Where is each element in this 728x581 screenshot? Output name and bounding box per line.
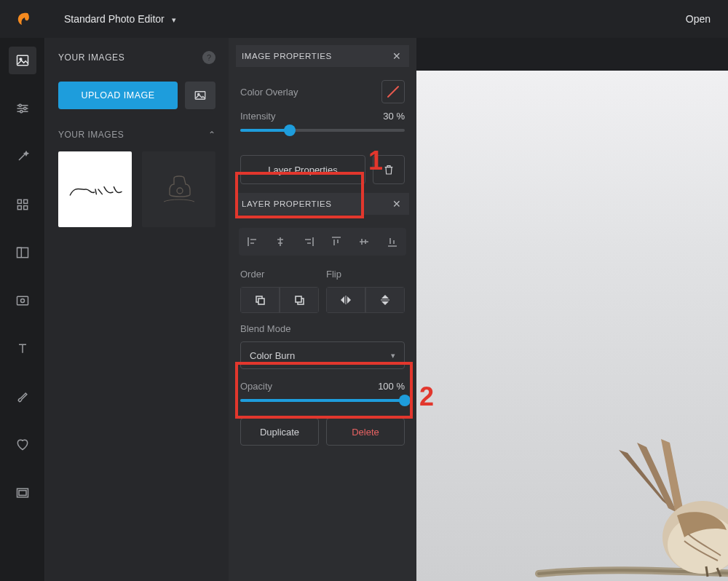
your-images-panel: YOUR IMAGES ? UPLOAD IMAGE YOUR IMAGES ⌃ <box>45 38 229 581</box>
thumbnail-1[interactable] <box>58 151 132 227</box>
order-back-button[interactable] <box>280 287 319 313</box>
order-front-button[interactable] <box>240 287 280 313</box>
align-top-icon[interactable] <box>324 231 349 253</box>
intensity-slider-knob[interactable] <box>284 125 296 136</box>
svg-rect-7 <box>17 206 21 210</box>
svg-rect-8 <box>23 206 27 210</box>
rail-panel-icon[interactable] <box>9 239 36 266</box>
thumbnail-2[interactable] <box>142 151 215 227</box>
svg-point-3 <box>23 107 25 109</box>
svg-rect-13 <box>19 491 26 496</box>
chevron-down-icon: ▾ <box>172 15 176 25</box>
svg-line-17 <box>388 87 398 97</box>
close-image-properties-icon[interactable]: ✕ <box>390 50 403 63</box>
chevron-down-icon: ▾ <box>391 351 395 360</box>
rail-text-icon[interactable] <box>9 335 36 363</box>
layer-properties-title: LAYER PROPERTIES <box>242 199 332 208</box>
opacity-slider-knob[interactable] <box>399 395 411 406</box>
canvas-image[interactable] <box>416 71 728 581</box>
rail-grid-icon[interactable] <box>9 191 36 218</box>
rail-frame-icon[interactable] <box>9 479 36 507</box>
flip-label: Flip <box>326 269 405 280</box>
align-center-h-icon[interactable] <box>268 231 293 253</box>
svg-point-11 <box>20 299 24 303</box>
image-properties-header: IMAGE PROPERTIES ✕ <box>236 45 409 67</box>
rail-wand-icon[interactable] <box>9 143 36 170</box>
intensity-slider[interactable] <box>240 129 405 132</box>
images-section-toggle[interactable]: YOUR IMAGES ⌃ <box>58 130 215 140</box>
order-label: Order <box>240 269 319 280</box>
svg-rect-0 <box>17 55 28 65</box>
app-title-dropdown[interactable]: Standard Photo Editor ▾ <box>64 13 176 25</box>
svg-rect-22 <box>346 296 347 304</box>
bird-graphic <box>568 399 728 581</box>
panel-header-title: YOUR IMAGES <box>58 52 124 63</box>
blend-mode-value: Color Burn <box>250 350 295 361</box>
rail-camera-icon[interactable] <box>9 287 36 315</box>
opacity-slider-fill <box>240 399 405 402</box>
align-right-icon[interactable] <box>296 231 321 253</box>
image-properties-title: IMAGE PROPERTIES <box>242 52 332 60</box>
intensity-value: 30 % <box>383 111 405 122</box>
opacity-label: Opacity <box>240 381 272 392</box>
flip-vertical-button[interactable] <box>365 287 405 313</box>
canvas-area <box>416 38 728 581</box>
delete-button[interactable]: Delete <box>326 418 405 446</box>
align-center-v-icon[interactable] <box>352 231 376 253</box>
intensity-slider-fill <box>240 129 290 132</box>
svg-rect-9 <box>17 248 28 257</box>
panel-header: YOUR IMAGES ? <box>58 51 215 64</box>
layer-properties-button[interactable]: Layer Properties <box>240 155 365 184</box>
blend-mode-select[interactable]: Color Burn ▾ <box>240 341 405 369</box>
layer-properties-header: LAYER PROPERTIES ✕ <box>236 193 409 215</box>
rail-adjust-icon[interactable] <box>9 95 36 122</box>
svg-point-16 <box>177 188 183 194</box>
align-left-icon[interactable] <box>240 231 265 253</box>
left-rail <box>0 38 45 581</box>
delete-image-button[interactable] <box>373 155 405 184</box>
properties-panel: IMAGE PROPERTIES ✕ Color Overlay Intensi… <box>229 38 416 581</box>
flip-horizontal-button[interactable] <box>326 287 365 313</box>
topbar: Standard Photo Editor ▾ Open <box>0 0 728 38</box>
blend-mode-label: Blend Mode <box>240 323 405 334</box>
svg-point-4 <box>20 111 22 113</box>
opacity-value: 100 % <box>378 381 405 392</box>
image-thumbnails <box>58 151 215 227</box>
alignment-toolbar <box>239 228 406 256</box>
upload-image-button[interactable]: UPLOAD IMAGE <box>58 82 178 109</box>
rail-image-icon[interactable] <box>9 47 36 74</box>
svg-rect-10 <box>17 296 28 305</box>
align-bottom-icon[interactable] <box>380 231 405 253</box>
open-button[interactable]: Open <box>686 13 711 25</box>
svg-rect-23 <box>381 300 389 301</box>
svg-rect-21 <box>296 296 301 302</box>
browse-library-button[interactable] <box>185 82 215 109</box>
color-overlay-swatch[interactable] <box>381 80 405 103</box>
chevron-up-icon: ⌃ <box>208 130 216 140</box>
app-logo <box>15 10 32 28</box>
rail-brush-icon[interactable] <box>9 383 36 411</box>
opacity-slider[interactable] <box>240 399 405 402</box>
close-layer-properties-icon[interactable]: ✕ <box>390 197 403 210</box>
app-title-text: Standard Photo Editor <box>64 13 165 25</box>
intensity-label: Intensity <box>240 111 275 122</box>
svg-point-2 <box>19 104 21 106</box>
duplicate-button[interactable]: Duplicate <box>240 418 319 446</box>
images-section-label: YOUR IMAGES <box>58 130 124 140</box>
svg-rect-19 <box>258 299 264 304</box>
svg-rect-6 <box>23 199 27 203</box>
rail-heart-icon[interactable] <box>9 431 36 459</box>
color-overlay-label: Color Overlay <box>240 87 298 98</box>
svg-rect-5 <box>17 199 21 203</box>
help-icon[interactable]: ? <box>202 51 215 64</box>
